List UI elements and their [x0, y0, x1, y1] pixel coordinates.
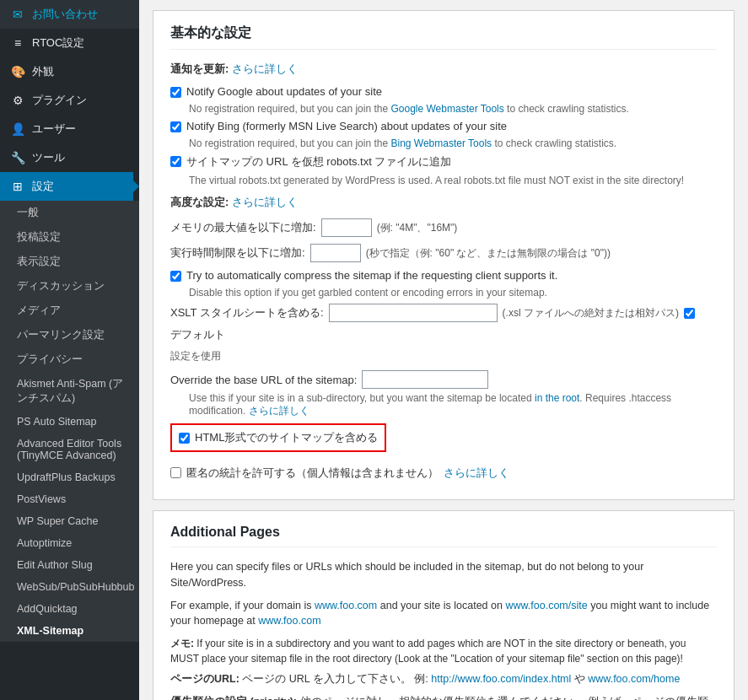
akismet-label: Akismet Anti-Spam (アンチスパム) — [17, 377, 129, 406]
sidebar-item-wp-super-cache[interactable]: WP Super Cache — [0, 510, 139, 532]
general-label: 一般 — [17, 206, 39, 220]
google-webmaster-tools-link[interactable]: Google Webmaster Tools — [390, 103, 503, 115]
sidebar-item-users-label: ユーザー — [32, 121, 76, 137]
sidebar-item-users[interactable]: 👤 ユーザー — [0, 115, 139, 143]
settings-submenu: 一般 投稿設定 表示設定 ディスカッション メディア パーマリンク設定 プライバ… — [0, 201, 139, 372]
sitemap-robots-label: サイトマップの URL を仮想 robots.txt ファイルに追加 — [186, 154, 451, 170]
html-sitemap-checkbox[interactable] — [179, 433, 190, 444]
xslt-input[interactable] — [329, 304, 498, 322]
notify-bing-label: Notify Bing (formerly MSN Live Search) a… — [186, 120, 507, 132]
base-url-link[interactable]: さらに詳しく — [249, 405, 309, 417]
base-url-row: Override the base URL of the sitemap: — [170, 370, 717, 389]
sidebar-item-ps-auto-sitemap[interactable]: PS Auto Sitemap — [0, 411, 139, 433]
sidebar-item-edit-author-slug[interactable]: Edit Author Slug — [0, 554, 139, 576]
bing-webmaster-tools-link[interactable]: Bing Webmaster Tools — [390, 137, 492, 149]
notify-google-label: Notify Google about updates of your site — [186, 85, 382, 98]
sidebar-item-postviews[interactable]: PostViews — [0, 488, 139, 510]
sidebar-item-autoptimize[interactable]: Autoptimize — [0, 532, 139, 554]
main-content: 基本的な設定 通知を更新: さらに詳しく Notify Google about… — [139, 0, 748, 700]
priority-label: 優先順位の設定 (priority): — [170, 696, 297, 700]
sidebar-item-xml-sitemap[interactable]: XML-Sitemap — [0, 620, 139, 642]
compress-desc: Disable this option if you get garbled c… — [189, 287, 717, 299]
wp-super-cache-label: WP Super Cache — [17, 515, 98, 527]
execution-label: 実行時間制限を以下に増加: — [170, 245, 305, 261]
notify-update-link[interactable]: さらに詳しく — [232, 62, 298, 75]
execution-input[interactable] — [310, 244, 361, 262]
sidebar-item-addquicktag[interactable]: AddQuicktag — [0, 598, 139, 620]
autoptimize-label: Autoptimize — [17, 537, 72, 549]
sidebar-item-discussion[interactable]: ディスカッション — [0, 274, 139, 299]
sidebar-item-akismet[interactable]: Akismet Anti-Spam (アンチスパム) — [0, 372, 139, 411]
sidebar-item-appearance[interactable]: 🎨 外観 — [0, 57, 139, 86]
sidebar-item-privacy[interactable]: プライバシー — [0, 347, 139, 372]
memory-row: メモリの最大値を以下に増加: (例: "4M"、"16M") — [170, 218, 717, 237]
updraftplus-label: UpdraftPlus Backups — [17, 471, 116, 483]
page-url-example2: www.foo.com/home — [588, 673, 680, 685]
memory-label: メモリの最大値を以下に増加: — [170, 220, 316, 235]
notify-update-row: 通知を更新: さらに詳しく — [170, 62, 717, 77]
desc2-url1: www.foo.com — [315, 600, 377, 611]
xslt-default-checkbox[interactable] — [684, 308, 695, 319]
plugins-menu: Akismet Anti-Spam (アンチスパム) PS Auto Sitem… — [0, 372, 139, 642]
advanced-settings-label: 高度な設定: — [170, 196, 229, 208]
sidebar-item-tools[interactable]: 🔧 ツール — [0, 143, 139, 172]
sidebar-item-permalink[interactable]: パーマリンク設定 — [0, 323, 139, 347]
anonymous-link[interactable]: さらに詳しく — [444, 466, 509, 481]
sidebar-item-plugins-label: プラグイン — [32, 93, 87, 108]
sidebar-item-settings[interactable]: ⊞ 設定 — [0, 172, 133, 201]
additional-pages-section: Additional Pages Here you can specify fi… — [153, 510, 735, 700]
compress-row: Try to automatically compress the sitema… — [170, 269, 717, 282]
writing-label: 投稿設定 — [17, 230, 61, 245]
xslt-default-label: デフォルト — [170, 327, 225, 342]
sidebar-item-inquiry-label: お問い合わせ — [32, 7, 98, 22]
media-label: メディア — [17, 304, 61, 318]
sidebar-item-updraftplus[interactable]: UpdraftPlus Backups — [0, 466, 139, 488]
base-url-label: Override the base URL of the sitemap: — [170, 374, 357, 386]
sidebar-item-advanced-editor[interactable]: Advanced Editor Tools (TinyMCE Advanced) — [0, 433, 139, 466]
sidebar-item-general[interactable]: 一般 — [0, 201, 139, 225]
discussion-label: ディスカッション — [17, 279, 105, 293]
sidebar-item-rtoc-label: RTOC設定 — [32, 35, 84, 51]
base-url-input[interactable] — [362, 370, 488, 389]
sidebar-item-settings-label: 設定 — [32, 179, 54, 194]
memo-label: メモ: — [170, 638, 194, 649]
sidebar-item-plugins[interactable]: ⚙ プラグイン — [0, 86, 139, 115]
sidebar-item-reading[interactable]: 表示設定 — [0, 250, 139, 274]
addquicktag-label: AddQuicktag — [17, 603, 78, 615]
base-url-desc: Use this if your site is in a sub-direct… — [189, 392, 717, 418]
settings-icon: ⊞ — [10, 180, 25, 193]
anonymous-row: 匿名の統計を許可する（個人情報は含まれません） さらに詳しく — [170, 466, 717, 481]
base-url-blue: in the root — [535, 392, 579, 404]
notify-update-label: 通知を更新: — [170, 62, 229, 75]
tools-icon: 🔧 — [10, 151, 25, 164]
sitemap-robots-desc: The virtual robots.txt generated by Word… — [189, 175, 717, 186]
users-icon: 👤 — [10, 122, 25, 136]
websub-label: WebSub/PubSubHubbub — [17, 581, 134, 593]
permalink-label: パーマリンク設定 — [17, 328, 105, 342]
priority-row: 優先順位の設定 (priority): 他のページに対し、相対的な優先順位を選ん… — [170, 694, 717, 700]
xslt-hint: (.xsl ファイルへの絶対または相対パス) — [503, 306, 679, 320]
edit-author-slug-label: Edit Author Slug — [17, 559, 93, 571]
sidebar-item-rtoc[interactable]: ≡ RTOC設定 — [0, 29, 139, 57]
notify-google-row: Notify Google about updates of your site — [170, 85, 717, 98]
xslt-label: XSLT スタイルシートを含める: — [170, 305, 324, 320]
compress-checkbox[interactable] — [170, 271, 181, 282]
additional-desc2: For example, if your domain is www.foo.c… — [170, 598, 717, 630]
sidebar-item-writing[interactable]: 投稿設定 — [0, 225, 139, 250]
additional-desc1: Here you can specify files or URLs which… — [170, 559, 717, 591]
advanced-editor-label: Advanced Editor Tools (TinyMCE Advanced) — [17, 438, 129, 461]
memory-input[interactable] — [321, 218, 372, 237]
sidebar-item-inquiry[interactable]: ✉ お問い合わせ — [0, 0, 139, 29]
memo-text: メモ: If your site is in a subdirectory an… — [170, 636, 717, 666]
basic-settings-section: 基本的な設定 通知を更新: さらに詳しく Notify Google about… — [153, 10, 735, 500]
anonymous-checkbox[interactable] — [170, 467, 181, 478]
sidebar-item-websub[interactable]: WebSub/PubSubHubbub — [0, 576, 139, 598]
sitemap-robots-checkbox[interactable] — [170, 156, 181, 167]
notify-google-checkbox[interactable] — [170, 87, 181, 98]
notify-bing-checkbox[interactable] — [170, 121, 181, 132]
sidebar-item-media[interactable]: メディア — [0, 299, 139, 323]
html-sitemap-box: HTML形式でのサイトマップを含める — [170, 423, 386, 452]
notify-google-desc: No registration required, but you can jo… — [189, 103, 717, 115]
additional-pages-title: Additional Pages — [170, 525, 717, 547]
advanced-settings-link[interactable]: さらに詳しく — [232, 196, 298, 208]
